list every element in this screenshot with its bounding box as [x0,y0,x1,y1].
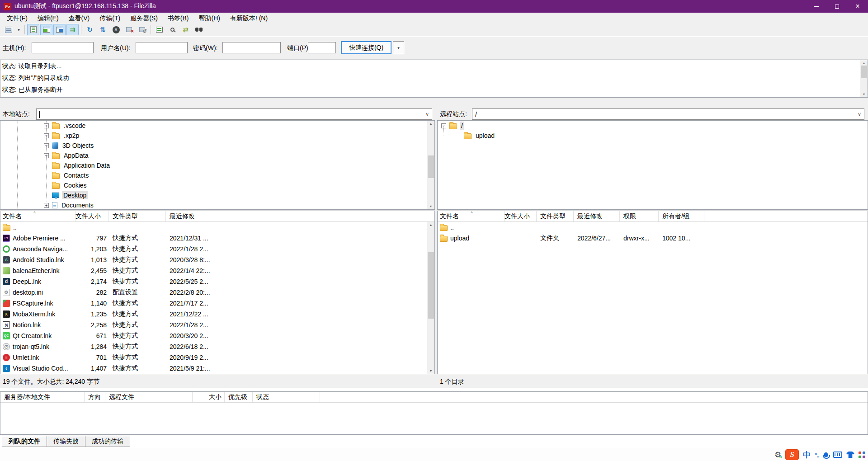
tree-item[interactable]: Desktop [0,190,434,200]
tree-item[interactable]: + AppData [0,151,434,160]
file-row[interactable]: MobaXterm.lnk 1,235 快捷方式 2021/12/22 ... [0,309,434,320]
close-button[interactable]: × [847,0,868,13]
file-row[interactable]: .. [0,222,434,233]
ime-settings-gear-icon[interactable]: ⚙A [774,451,781,459]
file-modified: 2022/6/27... [574,235,620,242]
tab-successful-transfers[interactable]: 成功的传输 [85,436,130,447]
column-header-modified[interactable]: 最近修改 [574,211,620,221]
quickconnect-button[interactable]: 快速连接(Q) [341,41,392,54]
tree-item[interactable]: + 3D Objects [0,141,434,151]
soft-keyboard-icon[interactable] [833,452,842,458]
tree-item[interactable]: upload [438,131,868,141]
local-tree-scrollbar-thumb[interactable] [428,155,434,178]
username-input[interactable] [136,42,188,53]
refresh-button[interactable]: ↻ [84,24,96,35]
log-line: 状态: 读取目录列表... [0,60,868,72]
minimize-button[interactable] [806,0,826,13]
column-header-priority[interactable]: 优先级 [225,392,253,402]
menu-item[interactable]: 查看(V) [64,13,95,24]
file-type: 快捷方式 [109,310,166,318]
column-header-owner[interactable]: 所有者/组 [659,211,704,221]
menu-item[interactable]: 文件(F) [2,13,33,24]
local-site-combobox[interactable] [36,108,432,120]
file-row[interactable]: upload 文件夹 2022/6/27... drwxr-x... 1002 … [438,233,868,244]
filter-button[interactable] [153,24,165,35]
file-row[interactable]: FSCapture.lnk 1,140 快捷方式 2021/7/17 2... [0,298,434,309]
file-row[interactable]: Umlet.lnk 701 快捷方式 2020/9/19 2... [0,352,434,363]
column-header-remote-file[interactable]: 远程文件 [105,392,193,402]
column-header-status[interactable]: 状态 [253,392,320,402]
menu-item[interactable]: 书签(B) [163,13,194,24]
port-input[interactable] [308,42,336,53]
menu-item[interactable]: 传输(T) [94,13,125,24]
column-header-name[interactable]: 文件名 ^ [0,211,75,221]
tree-item[interactable]: + .xp2p [0,131,434,141]
column-header-server-local[interactable]: 服务器/本地文件 [0,392,85,402]
log-scrollbar[interactable] [860,60,868,97]
column-header-size[interactable]: 文件大小 [505,211,537,221]
file-row[interactable]: trojan-qt5.lnk 1,284 快捷方式 2022/6/18 2... [0,341,434,352]
column-header-type[interactable]: 文件类型 [537,211,574,221]
splitter-horizontal[interactable] [0,98,868,108]
toggle-queue-button[interactable]: ⇉ [66,24,79,35]
log-scrollbar-thumb[interactable] [861,66,867,78]
tree-item[interactable]: Contacts [0,170,434,180]
tree-expander[interactable]: + [44,203,49,208]
process-queue-button[interactable]: ⇅ [97,24,109,35]
column-header-permissions[interactable]: 权限 [620,211,659,221]
column-header-modified[interactable]: 最近修改 [166,211,220,221]
menu-item[interactable]: 有新版本! (N) [225,13,273,24]
file-row[interactable]: DeepL.lnk 2,174 快捷方式 2022/5/25 2... [0,276,434,287]
tree-item[interactable]: − / [438,121,868,131]
toggle-local-tree-button[interactable] [40,24,52,35]
cancel-button[interactable]: × [110,24,122,35]
punctuation-mode-icon[interactable]: °, [815,452,819,458]
menu-item[interactable]: 编辑(E) [33,13,64,24]
column-header-type[interactable]: 文件类型 [109,211,166,221]
tab-failed-transfers[interactable]: 传输失败 [47,436,85,447]
menu-item[interactable]: 帮助(H) [193,13,225,24]
tree-item[interactable]: Application Data [0,160,434,170]
file-row[interactable]: desktop.ini 282 配置设置 2022/2/8 20:... [0,287,434,298]
compare-button[interactable] [166,24,179,35]
column-header-size[interactable]: 文件大小 [75,211,109,221]
tree-item[interactable]: + .vscode [0,121,434,131]
find-button[interactable] [193,24,205,35]
local-tree-scrollbar[interactable] [427,121,434,209]
local-list-scrollbar-thumb[interactable] [428,252,434,319]
host-input[interactable] [32,42,94,53]
file-row[interactable]: .. [438,222,868,233]
file-row[interactable]: Qt Creator.lnk 671 快捷方式 2020/3/20 2... [0,330,434,341]
microphone-icon[interactable] [824,452,828,457]
remote-site-combobox[interactable]: / [472,108,864,120]
column-header-name[interactable]: 文件名 ^ [438,211,505,221]
disconnect-button[interactable]: × [123,24,135,35]
column-header-direction[interactable]: 方向 [85,392,105,402]
sync-browse-button[interactable]: ⇄ [179,24,192,35]
file-row[interactable]: Visual Studio Cod... 1,407 快捷方式 2021/5/9… [0,363,434,374]
reconnect-button[interactable]: ↺ [136,24,148,35]
menu-item[interactable]: 服务器(S) [125,13,163,24]
skin-icon[interactable] [846,452,854,458]
toggle-message-log-button[interactable] [27,24,39,35]
local-list-scrollbar[interactable] [427,222,434,374]
toggle-remote-tree-button[interactable] [53,24,66,35]
password-input[interactable] [222,42,281,53]
file-type: 快捷方式 [109,332,166,340]
file-row[interactable]: Anaconda Naviga... 1,203 快捷方式 2022/1/28 … [0,244,434,254]
file-row[interactable]: balenaEtcher.lnk 2,455 快捷方式 2022/1/4 22:… [0,265,434,276]
file-row[interactable]: Adobe Premiere ... 797 快捷方式 2021/12/31 .… [0,233,434,244]
sogou-logo-icon[interactable]: S [785,449,799,460]
toolbox-icon[interactable] [859,452,865,458]
quickconnect-dropdown-button[interactable]: ▾ [393,41,404,54]
file-row[interactable]: Notion.lnk 2,258 快捷方式 2022/1/28 2... [0,320,434,330]
column-header-size[interactable]: 大小 [193,392,225,402]
tab-queued-files[interactable]: 列队的文件 [2,436,47,447]
site-manager-button[interactable] [2,24,14,35]
tree-item[interactable]: + Documents [0,200,434,210]
chinese-mode-icon[interactable]: 中 [803,450,811,460]
maximize-button[interactable] [826,0,847,13]
file-row[interactable]: Android Studio.lnk 1,013 快捷方式 2020/3/28 … [0,254,434,265]
site-manager-dropdown-button[interactable]: ▾ [15,24,22,35]
tree-item[interactable]: Cookies [0,180,434,190]
